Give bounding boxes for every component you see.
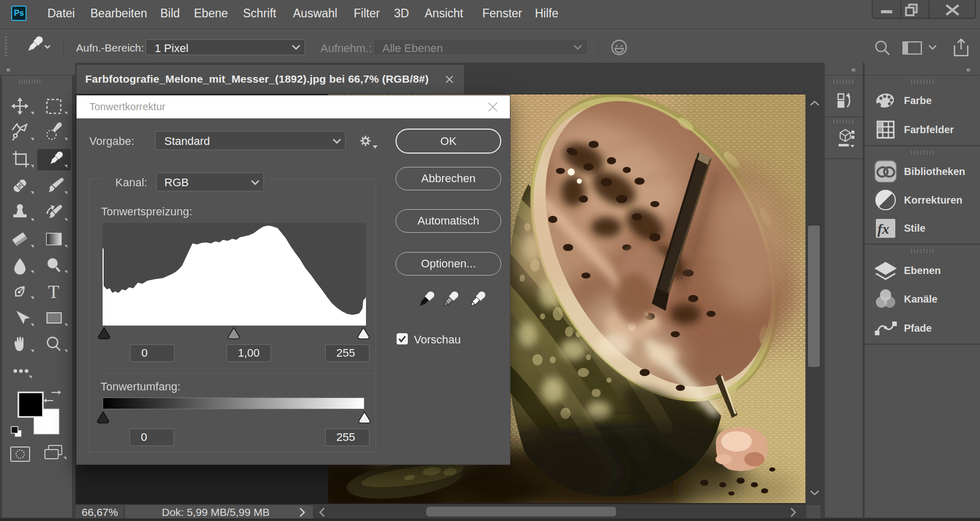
svg-text:T: T [48, 282, 59, 302]
svg-text:fx: fx [877, 221, 889, 237]
